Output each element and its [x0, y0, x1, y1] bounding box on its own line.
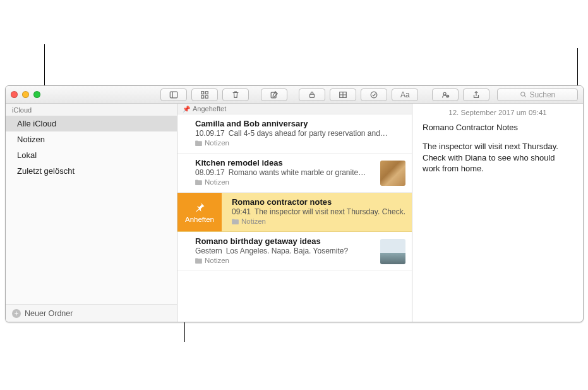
note-row[interactable]: Anheften Romano contractor notes 09:41Th…: [177, 193, 412, 232]
note-folder-label: Notizen: [205, 178, 229, 186]
note-title: Romano birthday getaway ideas: [195, 236, 375, 246]
note-thumbnail: [380, 239, 405, 264]
note-date: Gestern: [195, 247, 222, 255]
gallery-view-button[interactable]: [191, 88, 218, 101]
trash-icon: [231, 90, 240, 99]
share-button[interactable]: [463, 88, 489, 101]
note-title: Camilla and Bob anniversary: [195, 119, 405, 128]
svg-point-14: [520, 92, 524, 96]
note-date: 09:41: [232, 207, 251, 216]
note-row[interactable]: Kitchen remodel ideas 08.09.17Romano wan…: [177, 154, 412, 193]
search-field[interactable]: Suchen: [497, 88, 578, 101]
svg-line-15: [524, 95, 525, 97]
sidebar-item-local[interactable]: Lokal: [6, 147, 177, 163]
account-header: iCloud: [6, 104, 177, 116]
window-controls: [11, 91, 40, 98]
app-window: Aa Suchen iCloud Alle iCloud Notizen Lok…: [5, 85, 584, 322]
sidebar-icon: [169, 90, 178, 99]
note-list: 📌 Angeheftet Camilla and Bob anniversary…: [177, 104, 412, 322]
minimize-window-button[interactable]: [22, 91, 29, 98]
svg-point-12: [443, 92, 446, 95]
new-note-button[interactable]: [261, 88, 287, 101]
note-detail: 12. September 2017 um 09:41 Romano Contr…: [412, 104, 583, 322]
note-title: Romano contractor notes: [232, 197, 405, 207]
svg-rect-7: [310, 94, 315, 97]
pin-action-button[interactable]: Anheften: [177, 193, 222, 231]
note-preview: Call 4-5 days ahead for party reservatio…: [229, 129, 388, 138]
format-button[interactable]: Aa: [392, 88, 418, 101]
note-detail-title: Romano Contractor Notes: [423, 123, 573, 132]
note-preview: Los Angeles. Napa. Baja. Yosemite?: [226, 247, 348, 255]
add-people-icon: [441, 90, 450, 99]
folder-sidebar: iCloud Alle iCloud Notizen Lokal Zuletzt…: [6, 104, 177, 322]
note-row[interactable]: Romano birthday getaway ideas GesternLos…: [177, 232, 412, 271]
folder-icon: [195, 258, 202, 264]
close-window-button[interactable]: [11, 91, 18, 98]
grid-icon: [200, 90, 209, 99]
folder-icon: [195, 140, 202, 146]
lock-note-button[interactable]: [299, 88, 325, 101]
pin-action-label: Anheften: [185, 216, 214, 223]
toggle-sidebar-button[interactable]: [160, 88, 187, 101]
note-preview: The inspector will visit next Thursday. …: [255, 207, 405, 216]
share-icon: [472, 90, 481, 99]
table-icon: [339, 90, 347, 99]
table-button[interactable]: [330, 88, 356, 101]
svg-point-11: [371, 92, 378, 98]
note-date: 10.09.17: [195, 129, 225, 138]
lock-icon: [308, 90, 316, 99]
checklist-button[interactable]: [361, 88, 387, 101]
svg-rect-2: [201, 91, 204, 94]
note-folder-label: Notizen: [241, 217, 266, 225]
note-title: Kitchen remodel ideas: [195, 158, 375, 168]
folder-icon: [195, 180, 202, 185]
pin-icon: [193, 201, 206, 214]
delete-note-button[interactable]: [222, 88, 249, 101]
sidebar-item-all-icloud[interactable]: Alle iCloud: [6, 116, 177, 131]
svg-rect-5: [205, 95, 208, 98]
checklist-icon: [369, 90, 378, 99]
compose-icon: [270, 90, 279, 99]
note-detail-date: 12. September 2017 um 09:41: [423, 109, 573, 116]
note-folder-label: Notizen: [205, 139, 229, 147]
new-folder-label: Neuer Ordner: [25, 309, 73, 318]
new-folder-button[interactable]: + Neuer Ordner: [6, 304, 177, 322]
sidebar-item-recently-deleted[interactable]: Zuletzt gelöscht: [6, 163, 177, 179]
titlebar: Aa Suchen: [6, 86, 583, 104]
note-thumbnail: [380, 161, 405, 186]
svg-rect-3: [205, 91, 208, 94]
add-people-button[interactable]: [432, 88, 459, 101]
zoom-window-button[interactable]: [33, 91, 40, 98]
note-date: 08.09.17: [195, 168, 225, 177]
svg-rect-0: [170, 92, 177, 98]
pin-icon: 📌: [183, 106, 190, 113]
pinned-section-header: 📌 Angeheftet: [177, 104, 412, 114]
note-preview: Romano wants white marble or granite…: [229, 168, 366, 177]
svg-rect-4: [201, 95, 204, 98]
search-icon: [520, 91, 527, 98]
plus-icon: +: [12, 309, 21, 318]
sidebar-item-notes[interactable]: Notizen: [6, 131, 177, 147]
folder-icon: [232, 219, 239, 224]
note-row[interactable]: Camilla and Bob anniversary 10.09.17Call…: [177, 114, 412, 154]
note-folder-label: Notizen: [205, 257, 229, 264]
note-detail-body[interactable]: The inspector will visit next Thursday. …: [423, 141, 573, 174]
search-placeholder: Suchen: [530, 90, 556, 99]
